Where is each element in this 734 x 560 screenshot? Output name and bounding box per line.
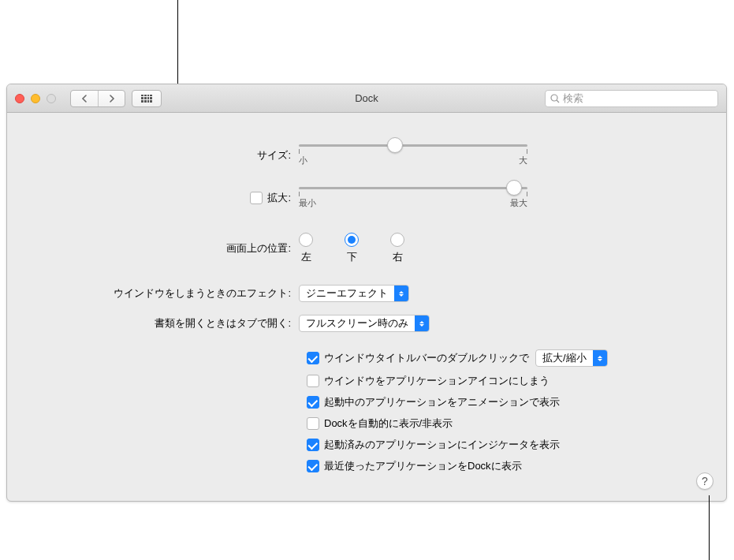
back-button[interactable]	[71, 91, 98, 106]
grid-icon	[141, 95, 152, 103]
chevron-right-icon	[108, 95, 116, 103]
traffic-lights	[15, 94, 56, 103]
position-radio-label-0: 左	[301, 250, 311, 264]
dbl-click-select-value: 拡大/縮小	[542, 351, 587, 365]
position-radio-button-0[interactable]	[299, 233, 313, 247]
preferences-window: Dock 検索 サイズ: 小 大	[6, 84, 727, 502]
content: サイズ: 小 大 拡大: 最小	[7, 113, 726, 496]
window-close-button[interactable]	[15, 94, 24, 103]
size-row: サイズ: 小 大	[31, 144, 702, 166]
recent-row: 最近使ったアプリケーションをDockに表示	[307, 459, 702, 473]
magnify-max-label: 最大	[510, 197, 527, 209]
position-radio-0: 左	[299, 233, 313, 264]
dbl-click-select[interactable]: 拡大/縮小	[535, 349, 608, 367]
size-slider-knob[interactable]	[387, 137, 403, 153]
svg-line-1	[557, 100, 559, 103]
magnify-row: 拡大: 最小 最大	[31, 187, 702, 209]
dbl-click-checkbox[interactable]	[307, 352, 319, 364]
window-zoom-button[interactable]	[47, 94, 56, 103]
magnify-checkbox[interactable]	[250, 192, 263, 204]
size-label: サイズ:	[31, 148, 299, 162]
search-icon	[550, 94, 560, 103]
indicators-row: 起動済みのアプリケーションにインジケータを表示	[307, 438, 702, 452]
options-column: ウインドウタイトルバーのダブルクリックで 拡大/縮小 ウインドウをアプリケーショ…	[307, 349, 702, 473]
min-to-app-row: ウインドウをアプリケーションアイコンにしまう	[307, 374, 702, 388]
callout-line-top	[177, 0, 178, 84]
recent-label: 最近使ったアプリケーションをDockに表示	[324, 459, 522, 473]
select-arrows-icon	[415, 315, 429, 331]
magnify-label: 拡大:	[267, 191, 291, 205]
size-slider[interactable]: 小 大	[299, 144, 527, 166]
tabs-label: 書類を開くときはタブで開く:	[31, 316, 299, 330]
tabs-select[interactable]: フルスクリーン時のみ	[299, 315, 430, 332]
position-radio-button-2[interactable]	[390, 233, 404, 247]
chevron-left-icon	[80, 95, 88, 103]
position-radio-label-1: 下	[347, 250, 357, 264]
autohide-row: Dockを自動的に表示/非表示	[307, 416, 702, 431]
min-to-app-label: ウインドウをアプリケーションアイコンにしまう	[324, 374, 550, 388]
size-min-label: 小	[299, 155, 307, 166]
callout-line-bottom	[709, 495, 710, 560]
minimize-effect-row: ウインドウをしまうときのエフェクト: ジニーエフェクト	[31, 285, 702, 302]
animate-label: 起動中のアプリケーションをアニメーションで表示	[324, 395, 560, 409]
size-max-label: 大	[519, 155, 527, 166]
window-minimize-button[interactable]	[31, 94, 40, 103]
magnify-slider[interactable]: 最小 最大	[299, 187, 527, 209]
titlebar: Dock 検索	[7, 84, 726, 113]
autohide-checkbox[interactable]	[307, 417, 319, 430]
position-row: 画面上の位置: 左下右	[31, 233, 702, 264]
indicators-label: 起動済みのアプリケーションにインジケータを表示	[324, 438, 560, 452]
min-to-app-checkbox[interactable]	[307, 375, 319, 387]
search-field[interactable]: 検索	[545, 90, 718, 107]
select-arrows-icon	[593, 350, 607, 366]
tabs-value: フルスクリーン時のみ	[306, 316, 408, 330]
position-radio-1: 下	[345, 233, 359, 264]
tabs-row: 書類を開くときはタブで開く: フルスクリーン時のみ	[31, 315, 702, 332]
position-radio-label-2: 右	[393, 250, 403, 264]
help-button[interactable]: ?	[696, 472, 714, 490]
animate-checkbox[interactable]	[307, 396, 319, 409]
dbl-click-row: ウインドウタイトルバーのダブルクリックで 拡大/縮小	[307, 349, 702, 367]
svg-point-0	[551, 95, 557, 101]
autohide-label: Dockを自動的に表示/非表示	[324, 416, 453, 431]
position-label: 画面上の位置:	[31, 241, 299, 256]
magnify-slider-knob[interactable]	[506, 180, 522, 196]
indicators-checkbox[interactable]	[307, 439, 319, 451]
help-icon: ?	[702, 475, 708, 487]
position-radio-group: 左下右	[299, 233, 404, 264]
forward-button[interactable]	[98, 91, 125, 106]
minimize-effect-value: ジニーエフェクト	[306, 286, 388, 301]
minimize-effect-select[interactable]: ジニーエフェクト	[299, 285, 409, 302]
animate-row: 起動中のアプリケーションをアニメーションで表示	[307, 395, 702, 409]
position-radio-2: 右	[390, 233, 404, 264]
nav-segment	[70, 90, 125, 107]
select-arrows-icon	[394, 286, 408, 301]
magnify-min-label: 最小	[299, 197, 316, 209]
recent-checkbox[interactable]	[307, 460, 319, 472]
search-placeholder: 検索	[563, 91, 583, 106]
minimize-effect-label: ウインドウをしまうときのエフェクト:	[31, 286, 299, 301]
show-all-button[interactable]	[132, 90, 162, 107]
dbl-click-label: ウインドウタイトルバーのダブルクリックで	[324, 351, 529, 365]
position-radio-button-1[interactable]	[345, 233, 359, 247]
